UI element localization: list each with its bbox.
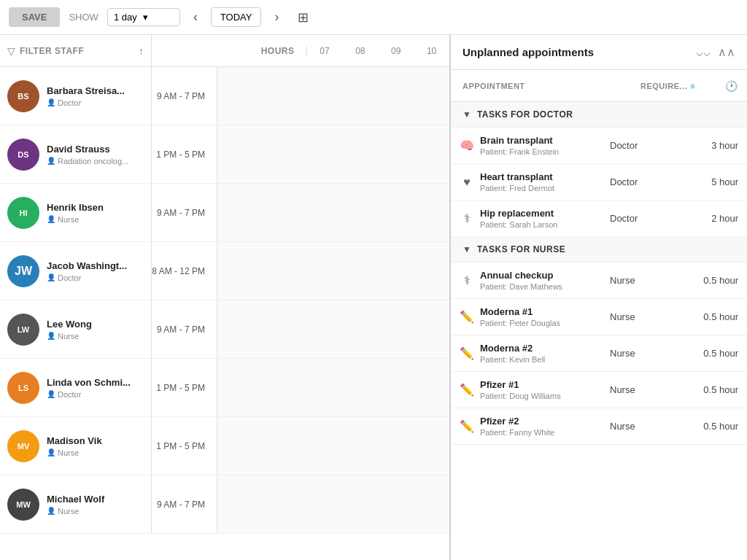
apt-type-icon: ✏️	[457, 419, 477, 433]
apt-time: 0.5 hour	[690, 275, 741, 286]
apt-time: 0.5 hour	[690, 421, 741, 432]
time-slot-10: 10	[414, 35, 449, 67]
apt-row[interactable]: ⚕ Annual checkup Patient: Dave Mathews N…	[451, 262, 747, 299]
prev-arrow-button[interactable]: ‹	[189, 8, 202, 26]
staff-hours: 9 AM - 7 PM	[152, 67, 217, 125]
apt-row[interactable]: ✏️ Pfizer #1 Patient: Doug Williams Nurs…	[451, 372, 747, 408]
person-icon: 👤	[47, 98, 55, 106]
staff-details: Henrik Ibsen 👤 Nurse	[47, 202, 104, 224]
day-select[interactable]: 1 day ▾	[107, 8, 180, 26]
next-arrow-button[interactable]: ›	[270, 8, 283, 26]
task-group-chevron-icon: ▼	[462, 109, 471, 120]
unplanned-title: Unplanned appointments	[462, 46, 594, 58]
schedule-area[interactable]	[217, 300, 449, 358]
apt-patient: Patient: Kevin Bell	[480, 355, 610, 364]
person-icon: 👤	[47, 273, 55, 281]
staff-name: Barbara Streisa...	[47, 85, 125, 96]
apt-type-icon: ⚕	[457, 211, 477, 225]
apt-time: 0.5 hour	[690, 348, 741, 359]
avatar: HI	[7, 197, 39, 229]
staff-info: JW Jacob Washingt... 👤 Doctor	[0, 242, 152, 300]
apt-name: Hip replacement	[480, 208, 610, 219]
staff-name: Jacob Washingt...	[47, 260, 127, 271]
main-layout: ▽ FILTER STAFF ↑ HOURS 07 08 09 10 BS Ba…	[0, 35, 747, 560]
apt-info: Moderna #1 Patient: Peter Douglas	[477, 306, 610, 327]
schedule-area[interactable]	[217, 359, 449, 416]
save-button[interactable]: SAVE	[9, 7, 60, 27]
schedule-area[interactable]	[217, 417, 449, 475]
task-group-header[interactable]: ▼ TASKS FOR DOCTOR	[451, 102, 747, 128]
apt-patient: Patient: Peter Douglas	[480, 319, 610, 327]
avatar: LS	[7, 372, 39, 404]
time-slot-09: 09	[378, 35, 414, 67]
right-panel-header: Unplanned appointments ⌵⌵ ∧∧	[451, 35, 747, 70]
apt-patient: Patient: Fanny White	[480, 428, 610, 437]
avatar: MW	[7, 489, 39, 521]
staff-list: BS Barbara Streisa... 👤 Doctor 9 AM - 7 …	[0, 67, 449, 560]
apt-required: Doctor	[610, 213, 690, 224]
staff-row: HI Henrik Ibsen 👤 Nurse 9 AM - 7 PM	[0, 184, 449, 242]
collapse-all-icon[interactable]: ⌵⌵	[696, 45, 711, 59]
apt-type-icon: 🧠	[457, 139, 477, 152]
apt-patient: Patient: Sarah Larson	[480, 220, 610, 229]
right-panel: Unplanned appointments ⌵⌵ ∧∧ APPOINTMENT…	[451, 35, 747, 560]
apt-name: Moderna #1	[480, 306, 610, 317]
grid-view-icon[interactable]: ⊞	[298, 9, 309, 26]
staff-hours: 1 PM - 5 PM	[152, 359, 217, 416]
col-time-icon: 🕐	[721, 80, 741, 92]
apt-row[interactable]: ✏️ Pfizer #2 Patient: Fanny White Nurse …	[451, 408, 747, 445]
staff-row: BS Barbara Streisa... 👤 Doctor 9 AM - 7 …	[0, 67, 449, 125]
schedule-area[interactable]	[217, 242, 449, 300]
col-required-header: REQUIRE... ≡	[640, 82, 721, 90]
staff-role: 👤 Nurse	[47, 448, 102, 457]
sort-icon: ↑	[139, 45, 144, 57]
staff-row: LW Lee Wong 👤 Nurse 9 AM - 7 PM	[0, 300, 449, 359]
apt-name: Heart transplant	[480, 171, 610, 182]
staff-details: Barbara Streisa... 👤 Doctor	[47, 85, 125, 107]
time-slot-08: 08	[342, 35, 378, 67]
apt-row[interactable]: ♥ Heart transplant Patient: Fred Dermot …	[451, 164, 747, 201]
apt-type-icon: ✏️	[457, 310, 477, 324]
sort-required-icon[interactable]: ≡	[690, 82, 695, 90]
person-icon: 👤	[47, 332, 55, 340]
apt-row[interactable]: ✏️ Moderna #1 Patient: Peter Douglas Nur…	[451, 299, 747, 335]
time-slot-07: 07	[307, 35, 343, 67]
apt-info: Heart transplant Patient: Fred Dermot	[477, 171, 610, 192]
staff-info: MV Madison Vik 👤 Nurse	[0, 417, 152, 475]
apt-time: 2 hour	[690, 213, 741, 224]
staff-role: 👤 Doctor	[47, 98, 125, 107]
expand-all-icon[interactable]: ∧∧	[718, 45, 735, 59]
staff-name: Lee Wong	[47, 319, 92, 330]
staff-row: MW Michael Wolf 👤 Nurse 9 AM - 7 PM	[0, 475, 449, 534]
filter-area[interactable]: ▽ FILTER STAFF ↑	[0, 35, 152, 66]
apt-info: Brain transplant Patient: Frank Enstein	[477, 135, 610, 156]
day-select-value: 1 day	[114, 12, 137, 23]
avatar: LW	[7, 314, 39, 346]
staff-row: MV Madison Vik 👤 Nurse 1 PM - 5 PM	[0, 417, 449, 475]
apt-info: Hip replacement Patient: Sarah Larson	[477, 208, 610, 229]
task-group-label: TASKS FOR NURSE	[477, 244, 565, 254]
today-button[interactable]: TODAY	[211, 7, 262, 27]
hours-column-header: HOURS	[152, 46, 307, 56]
apt-row[interactable]: ⚕ Hip replacement Patient: Sarah Larson …	[451, 201, 747, 237]
schedule-area[interactable]	[217, 475, 449, 533]
staff-name: Michael Wolf	[47, 494, 104, 505]
person-icon: 👤	[47, 390, 55, 398]
apt-info: Pfizer #2 Patient: Fanny White	[477, 416, 610, 437]
schedule-area[interactable]	[217, 67, 449, 125]
avatar: DS	[7, 139, 39, 171]
schedule-area[interactable]	[217, 184, 449, 241]
apt-row[interactable]: ✏️ Moderna #2 Patient: Kevin Bell Nurse …	[451, 335, 747, 372]
staff-info: LS Linda von Schmi... 👤 Doctor	[0, 359, 152, 416]
schedule-area[interactable]	[217, 125, 449, 183]
task-group-header[interactable]: ▼ TASKS FOR NURSE	[451, 237, 747, 262]
apt-required: Nurse	[610, 421, 690, 432]
staff-role: 👤 Nurse	[47, 507, 104, 516]
task-group-label: TASKS FOR DOCTOR	[477, 109, 573, 120]
staff-info: DS David Strauss 👤 Radiation oncolog...	[0, 125, 152, 183]
filter-label: FILTER STAFF	[20, 46, 134, 56]
left-panel: ▽ FILTER STAFF ↑ HOURS 07 08 09 10 BS Ba…	[0, 35, 451, 560]
apt-time: 0.5 hour	[690, 384, 741, 395]
staff-role: 👤 Nurse	[47, 215, 104, 224]
apt-row[interactable]: 🧠 Brain transplant Patient: Frank Enstei…	[451, 128, 747, 164]
